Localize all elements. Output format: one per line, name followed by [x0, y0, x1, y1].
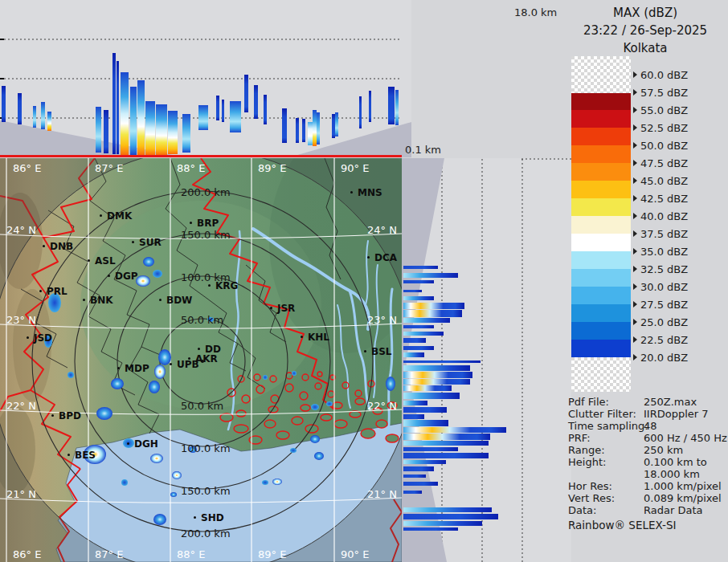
city-dot	[198, 348, 200, 350]
legend-entry-label: 20.0 dBZ	[640, 352, 688, 364]
city-label-sur: SUR	[139, 237, 162, 248]
metadata-value: 18.000 km	[644, 468, 700, 480]
legend-tick-arrow-icon	[633, 230, 637, 237]
legend-color-band	[571, 287, 631, 304]
legend-below-min-swatch	[571, 357, 631, 392]
city-dot	[127, 442, 129, 445]
legend-tick-arrow-icon	[633, 71, 637, 78]
city-dot	[39, 290, 42, 292]
legend-tick-arrow-icon	[633, 336, 637, 343]
legend-entry: 27.5 dBZ	[633, 299, 688, 310]
legend-entry-label: 42.5 dBZ	[640, 193, 688, 205]
legend-entry-label: 27.5 dBZ	[640, 299, 688, 311]
legend-entry-label: 25.0 dBZ	[640, 316, 688, 328]
legend-entry: 52.5 dBZ	[633, 122, 688, 133]
city-label-khl: KHL	[308, 332, 329, 343]
city-dot	[190, 222, 192, 224]
legend-entry-label: 35.0 dBZ	[640, 246, 688, 258]
longitude-label: 86° E	[13, 548, 41, 560]
legend-color-band	[571, 234, 631, 251]
legend-entry-label: 32.5 dBZ	[640, 263, 688, 275]
longitude-label: 88° E	[177, 162, 205, 174]
range-ring-label: 100.0 km	[181, 442, 231, 454]
legend-entry-label: 52.5 dBZ	[640, 122, 688, 134]
legend-color-band	[571, 198, 631, 216]
legend-color-band	[571, 340, 631, 357]
metadata-key: Range:	[568, 444, 605, 456]
city-label-prl: PRL	[47, 286, 67, 297]
city-label-upb: UPB	[177, 359, 199, 370]
city-dot	[170, 363, 172, 365]
legend-color-band	[571, 110, 631, 128]
legend-entry: 37.5 dBZ	[633, 228, 688, 239]
longitude-label: 89° E	[258, 548, 286, 560]
software-brand: Rainbow® SELEX-SI	[568, 519, 676, 531]
longitude-label: 89° E	[258, 162, 286, 174]
legend-tick-arrow-icon	[633, 248, 637, 255]
legend-tick-arrow-icon	[633, 266, 637, 272]
legend-entry-label: 45.0 dBZ	[640, 175, 688, 187]
latitude-label: 24° N	[6, 224, 36, 236]
metadata-key: Time sampling:	[568, 420, 648, 432]
legend-entry: 47.5 dBZ	[633, 157, 688, 169]
legend-color-band	[571, 128, 631, 145]
legend-entry-label: 57.5 dBZ	[640, 87, 688, 99]
city-dot	[117, 367, 120, 369]
city-dot	[208, 284, 211, 287]
metadata-key: Height:	[568, 456, 606, 468]
axis-label-min-height: 0.1 km	[405, 144, 441, 156]
range-ring-label: 200.0 km	[181, 186, 231, 198]
latitude-label: 22° N	[367, 400, 397, 412]
longitude-label: 88° E	[177, 548, 205, 560]
legend-color-band	[571, 216, 631, 234]
legend-entry: 50.0 dBZ	[633, 140, 688, 151]
legend-entry: 42.5 dBZ	[633, 193, 688, 204]
city-label-bdw: BDW	[166, 295, 192, 306]
legend-entry: 45.0 dBZ	[633, 175, 688, 186]
axis-label-max-height: 18.0 km	[514, 6, 557, 18]
legend-entry: 32.5 dBZ	[633, 263, 688, 275]
legend-entry: 35.0 dBZ	[633, 246, 688, 257]
legend-entry-label: 60.0 dBZ	[640, 69, 688, 81]
station-name: Kolkata	[562, 41, 728, 55]
city-label-bsl: BSL	[371, 346, 391, 357]
city-dot	[67, 454, 70, 456]
city-dot	[100, 214, 102, 217]
legend-tick-arrow-icon	[633, 301, 637, 307]
latitude-label: 24° N	[367, 224, 397, 236]
product-datetime: 23:22 / 26-Sep-2025	[562, 23, 728, 38]
legend-tick-arrow-icon	[633, 107, 637, 113]
legend-tick-arrow-icon	[633, 195, 637, 202]
metadata-value: 48	[644, 420, 657, 432]
legend-tick-arrow-icon	[633, 124, 637, 131]
city-label-jsd: JSD	[34, 332, 52, 344]
range-ring-label: 50.0 km	[181, 314, 223, 326]
city-dot	[367, 256, 370, 259]
city-label-dgh: DGH	[134, 438, 158, 450]
latitude-label: 21° N	[367, 488, 397, 500]
legend-entry-label: 47.5 dBZ	[640, 157, 688, 169]
labels-layer: MAX (dBZ) 23:22 / 26-Sep-2025 Kolkata 18…	[0, 0, 728, 562]
longitude-label: 87° E	[95, 162, 123, 174]
city-dot	[83, 299, 85, 301]
metadata-key: Clutter Filter:	[568, 408, 636, 420]
city-dot	[51, 414, 54, 417]
city-dot	[27, 336, 29, 339]
legend-entry: 57.5 dBZ	[633, 87, 688, 98]
city-dot	[159, 299, 162, 301]
legend-tick-arrow-icon	[633, 213, 637, 219]
legend-entry: 55.0 dBZ	[633, 104, 688, 116]
city-label-bpd: BPD	[59, 410, 81, 422]
city-dot	[301, 336, 303, 338]
metadata-key: Pdf File:	[568, 396, 609, 408]
legend-tick-arrow-icon	[633, 283, 637, 290]
range-ring-label: 150.0 km	[181, 229, 231, 241]
city-label-brp: BRP	[197, 218, 219, 229]
range-ring-label: 200.0 km	[181, 527, 231, 540]
legend-tick-arrow-icon	[633, 142, 637, 149]
legend-tick-arrow-icon	[633, 177, 637, 184]
city-label-shd: SHD	[201, 512, 224, 523]
city-label-krg: KRG	[215, 280, 238, 291]
metadata-key: Vert Res:	[568, 492, 615, 504]
legend-entry: 30.0 dBZ	[633, 281, 688, 292]
